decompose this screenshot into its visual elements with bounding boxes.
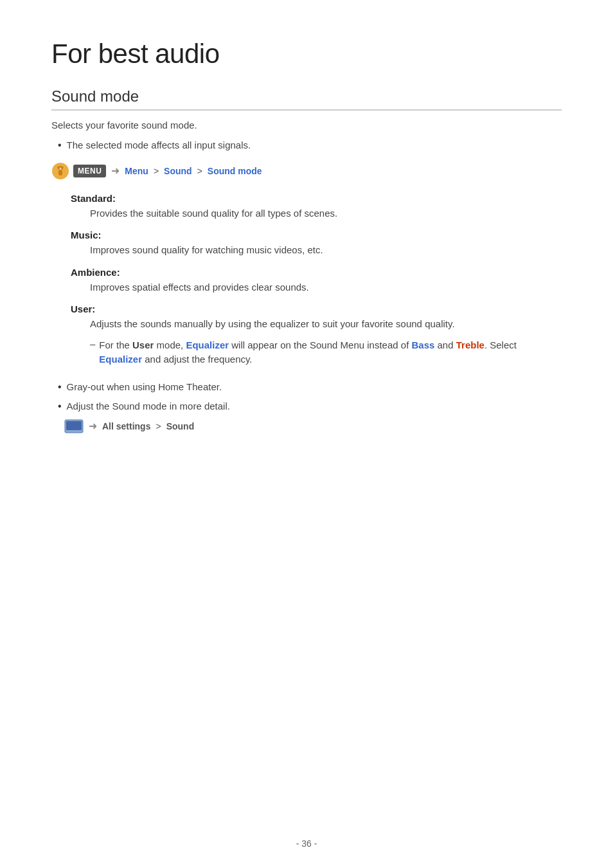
bullet-item-1: • The selected mode affects all input si… xyxy=(51,138,562,153)
content-block: Standard: Provides the suitable sound qu… xyxy=(71,193,562,367)
term-music-desc: Improves sound quality for watching musi… xyxy=(90,243,562,258)
remote-icon xyxy=(51,162,69,180)
settings-path-sep: > xyxy=(155,421,161,431)
term-standard-label: Standard: xyxy=(71,193,562,204)
menu-path-container: MENU ➜ Menu > Sound > Sound mode xyxy=(51,162,562,180)
bullet-dot-2: • xyxy=(58,380,62,394)
svg-rect-5 xyxy=(71,430,77,431)
term-standard-desc: Provides the suitable sound quality for … xyxy=(90,206,562,221)
menu-path-sound: Sound xyxy=(164,166,192,176)
page-footer: - 36 - xyxy=(0,838,613,849)
settings-path-sound: Sound xyxy=(166,421,195,431)
term-user-desc: Adjusts the sounds manually by using the… xyxy=(90,317,562,332)
main-title: For best audio xyxy=(51,39,562,69)
menu-path-menu: Menu xyxy=(125,166,148,176)
section-heading: Sound mode xyxy=(51,87,562,111)
svg-rect-1 xyxy=(58,170,62,176)
settings-icon xyxy=(64,419,84,433)
bullet-text-1: The selected mode affects all input sign… xyxy=(67,138,251,153)
bottom-bullet-2: • Adjust the Sound mode in more detail. xyxy=(51,399,562,414)
bullet-dot-3: • xyxy=(58,399,62,413)
sub-note-dash: – xyxy=(90,338,95,349)
settings-path-all-settings: All settings xyxy=(102,421,150,431)
menu-path-sep2: > xyxy=(197,166,202,176)
bottom-notes: • Gray-out when using Home Theater. • Ad… xyxy=(51,380,562,433)
bottom-bullet-text-2: Adjust the Sound mode in more detail. xyxy=(67,399,230,414)
settings-path-container: ➜ All settings > Sound xyxy=(64,419,562,433)
menu-path-sep1: > xyxy=(154,166,159,176)
menu-path-sound-mode: Sound mode xyxy=(208,166,262,176)
term-ambience: Ambience: Improves spatial effects and p… xyxy=(71,267,562,295)
term-user: User: Adjusts the sounds manually by usi… xyxy=(71,303,562,367)
bottom-bullet-1: • Gray-out when using Home Theater. xyxy=(51,380,562,395)
term-ambience-label: Ambience: xyxy=(71,267,562,278)
term-user-label: User: xyxy=(71,303,562,314)
menu-arrow-icon: ➜ xyxy=(111,165,120,177)
settings-arrow-icon: ➜ xyxy=(89,420,97,432)
svg-point-2 xyxy=(60,167,62,169)
sub-note-text: For the User mode, Equalizer will appear… xyxy=(99,338,562,367)
bullet-dot: • xyxy=(58,138,62,152)
svg-rect-4 xyxy=(66,421,82,430)
term-standard: Standard: Provides the suitable sound qu… xyxy=(71,193,562,221)
bottom-bullet-text-1: Gray-out when using Home Theater. xyxy=(67,380,222,395)
term-music-label: Music: xyxy=(71,230,562,240)
menu-badge: MENU xyxy=(73,165,106,177)
intro-text: Selects your favorite sound mode. xyxy=(51,120,562,131)
term-ambience-desc: Improves spatial effects and provides cl… xyxy=(90,280,562,295)
sub-note: – For the User mode, Equalizer will appe… xyxy=(90,338,562,367)
term-music: Music: Improves sound quality for watchi… xyxy=(71,230,562,258)
